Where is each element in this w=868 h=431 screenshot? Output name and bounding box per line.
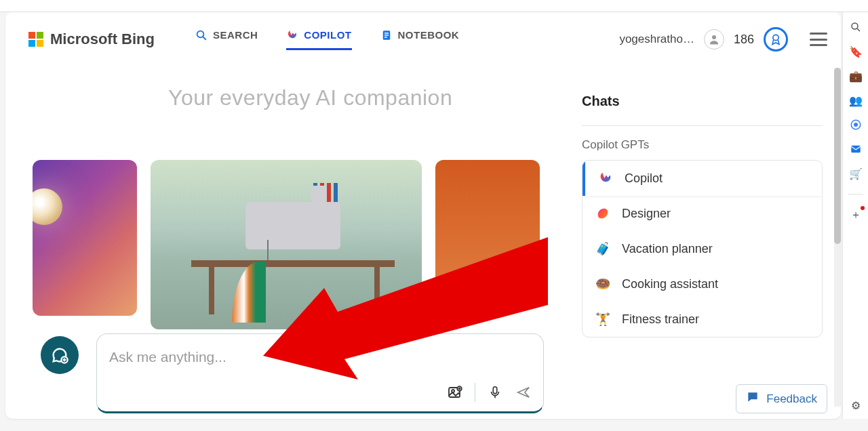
copilot-icon [597, 170, 614, 186]
tab-notebook[interactable]: NOTEBOOK [380, 29, 460, 50]
gpt-item-label: Vacation planner [622, 242, 713, 256]
search-icon[interactable] [849, 20, 863, 34]
brand-text: Microsoft Bing [50, 30, 155, 48]
tag-icon[interactable]: 🔖 [849, 45, 863, 58]
hero-title: Your everyday AI companion [168, 85, 452, 110]
search-icon [195, 29, 208, 41]
gpt-item-label: Copilot [625, 171, 663, 186]
menu-button[interactable] [810, 33, 827, 46]
gpt-item-designer[interactable]: Designer [583, 196, 822, 231]
username[interactable]: yogeshratho… [619, 33, 694, 46]
edge-sidebar: 🔖 💼 👥 🛒 ＋ ⚙ [842, 12, 868, 419]
svg-rect-16 [493, 387, 497, 394]
header: Microsoft Bing SEARCH COPILOT [5, 12, 841, 66]
divider [582, 125, 823, 126]
svg-point-7 [773, 35, 778, 40]
add-image-button[interactable] [446, 384, 464, 401]
designer-icon [595, 205, 611, 222]
gpt-item-copilot[interactable]: Copilot [583, 161, 822, 196]
copilot-sidebar-icon[interactable] [849, 118, 863, 131]
tab-search-label: SEARCH [213, 29, 258, 41]
notebook-icon [380, 29, 393, 41]
briefcase-icon[interactable]: 💼 [849, 69, 863, 83]
rewards-points[interactable]: 186 [734, 33, 754, 47]
add-icon[interactable]: ＋ [849, 208, 863, 222]
avatar-button[interactable] [704, 29, 724, 49]
gpt-item-label: Fitness trainer [622, 312, 699, 327]
right-panel: Chats Copilot GPTs Copilot Designer [582, 94, 823, 337]
svg-rect-3 [384, 33, 389, 34]
chat-input[interactable] [109, 349, 435, 365]
gpts-heading: Copilot GPTs [582, 138, 823, 152]
chat-input-box [96, 333, 544, 413]
suggestion-card-1[interactable] [33, 160, 137, 316]
svg-point-22 [854, 123, 858, 127]
suggestion-card-3[interactable] [435, 160, 540, 289]
svg-point-0 [197, 30, 204, 37]
nav-tabs: SEARCH COPILOT NOTEBOOK [195, 29, 459, 50]
new-topic-button[interactable] [41, 336, 79, 374]
gpt-item-fitness-trainer[interactable]: 🏋️ Fitness trainer [583, 302, 822, 337]
svg-line-20 [857, 28, 860, 31]
microsoft-logo-icon [28, 32, 43, 47]
feedback-button[interactable]: Feedback [736, 384, 827, 413]
microphone-button[interactable] [486, 384, 504, 401]
chats-heading: Chats [582, 94, 823, 109]
gpt-item-cooking-assistant[interactable]: 🍩 Cooking assistant [583, 266, 822, 302]
chat-actions [446, 383, 532, 402]
outlook-icon[interactable] [849, 142, 863, 156]
rewards-medal-icon[interactable] [764, 27, 788, 52]
edge-separator [848, 194, 863, 194]
gpt-item-label: Designer [622, 207, 671, 221]
settings-gear-icon[interactable]: ⚙ [849, 398, 863, 412]
donut-icon: 🍩 [595, 276, 611, 292]
dumbbell-icon: 🏋️ [595, 311, 611, 327]
suggestion-card-2[interactable] [151, 160, 422, 329]
send-button[interactable] [515, 384, 532, 401]
suitcase-icon: 🧳 [595, 241, 611, 257]
gpt-item-vacation-planner[interactable]: 🧳 Vacation planner [583, 231, 822, 266]
suggestion-cards-row [33, 160, 540, 329]
tab-search[interactable]: SEARCH [195, 29, 258, 50]
svg-point-6 [712, 35, 716, 39]
people-icon[interactable]: 👥 [849, 94, 863, 107]
cart-icon[interactable]: 🛒 [849, 167, 863, 180]
gpt-item-label: Cooking assistant [622, 277, 718, 291]
svg-rect-4 [384, 35, 389, 36]
brand[interactable]: Microsoft Bing [28, 30, 155, 48]
main-content-card: Microsoft Bing SEARCH COPILOT [5, 12, 841, 419]
tab-copilot-label: COPILOT [304, 29, 351, 41]
tab-copilot[interactable]: COPILOT [286, 29, 351, 50]
gpt-list: Copilot Designer 🧳 Vacation planner 🍩 Co… [582, 160, 823, 337]
feedback-label: Feedback [766, 392, 817, 406]
header-right: yogeshratho… 186 [619, 12, 827, 66]
action-separator [475, 383, 475, 402]
svg-rect-5 [384, 37, 387, 38]
scrollbar-thumb[interactable] [834, 68, 841, 244]
tab-notebook-label: NOTEBOOK [398, 29, 460, 41]
svg-line-1 [203, 37, 206, 40]
svg-point-19 [852, 23, 858, 29]
svg-rect-23 [851, 146, 861, 153]
copilot-icon [286, 29, 298, 41]
feedback-icon [746, 390, 760, 407]
browser-address-strip [0, 0, 868, 12]
